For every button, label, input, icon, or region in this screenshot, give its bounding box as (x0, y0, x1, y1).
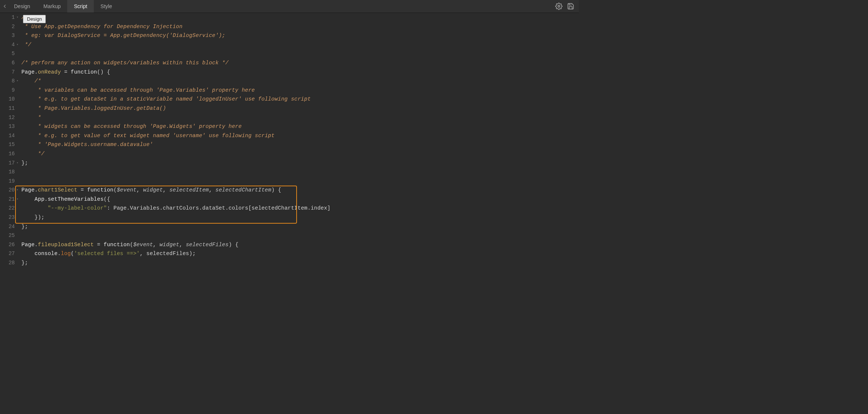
code-token: ) { (229, 242, 239, 248)
code-token: function (87, 187, 113, 193)
code-line[interactable]: Page.fileupload1Select = function($event… (21, 240, 579, 250)
code-token: * eg: var DialogService = App.getDepende… (21, 33, 225, 38)
code-token: () { (97, 69, 110, 75)
code-token: $event (117, 187, 136, 193)
code-line[interactable]: * e.g. to get dataSet in a staticVariabl… (21, 95, 579, 104)
code-line[interactable]: }); (21, 213, 579, 222)
code-token: widget (143, 187, 163, 193)
code-token: , (137, 187, 143, 193)
code-line[interactable] (21, 177, 579, 186)
code-line[interactable]: App.setThemeVariables({ (21, 195, 579, 204)
line-number: 27 (0, 249, 15, 258)
code-line[interactable]: }; (21, 159, 579, 168)
code-line[interactable]: Page.onReady = function() { (21, 68, 579, 77)
code-token: = (94, 242, 104, 248)
code-token: ( (113, 187, 117, 193)
code-token: * Page.Variables.loggedInUser.getData() (21, 105, 166, 111)
line-number: 11 (0, 104, 15, 113)
code-token: . (58, 251, 61, 257)
code-token: * widgets can be accessed through 'Page.… (21, 123, 242, 129)
code-line[interactable]: /* perform any action on widgets/variabl… (21, 58, 579, 68)
code-token: . (35, 242, 38, 248)
line-number: 9 (0, 86, 15, 95)
code-line[interactable]: "--my-label-color": Page.Variables.chart… (21, 204, 579, 213)
code-line[interactable]: * variables can be accessed through 'Pag… (21, 86, 579, 95)
code-token (21, 205, 48, 211)
code-line[interactable]: */ (21, 40, 579, 50)
code-line[interactable]: }; (21, 222, 579, 231)
code-token: }; (21, 260, 28, 266)
line-number: 8▾ (0, 77, 15, 86)
toolbar: Design Markup Script Style (0, 0, 579, 13)
line-number: 19 (0, 177, 15, 186)
code-line[interactable]: /* (21, 77, 579, 86)
code-line[interactable] (21, 167, 579, 177)
line-number: 5 (0, 49, 15, 58)
code-token: : Page.Variables.chartColors.dataSet.col… (107, 205, 330, 211)
code-line[interactable] (21, 49, 579, 58)
line-number: 7 (0, 68, 15, 77)
line-number: 2 (0, 22, 15, 31)
line-number: 17▾ (0, 159, 15, 168)
code-token: function (104, 242, 130, 248)
code-token: */ (21, 42, 31, 48)
code-token: console (21, 251, 58, 257)
code-token: * e.g. to get value of text widget named… (21, 133, 274, 139)
code-token: * e.g. to get dataSet in a staticVariabl… (21, 96, 311, 102)
code-line[interactable]: * Use App.getDependency for Dependency I… (21, 22, 579, 31)
code-line[interactable]: * Page.Variables.loggedInUser.getData() (21, 104, 579, 113)
code-line[interactable]: }; (21, 258, 579, 268)
code-token: }; (21, 224, 28, 230)
code-token: selectedChartItem (215, 187, 271, 193)
code-token: ) { (271, 187, 281, 193)
collapse-handle[interactable] (2, 0, 7, 13)
line-number: 18 (0, 167, 15, 177)
save-button[interactable] (565, 0, 577, 12)
line-number: 10 (0, 95, 15, 104)
line-number: 13 (0, 122, 15, 131)
code-token: Page (21, 187, 35, 193)
tab-design[interactable]: Design (7, 0, 37, 13)
code-token: ( (130, 242, 133, 248)
code-line[interactable]: * widgets can be accessed through 'Page.… (21, 122, 579, 131)
code-line[interactable]: * 'Page.Widgets.username.datavalue' (21, 140, 579, 149)
code-token: * variables can be accessed through 'Pag… (21, 87, 255, 93)
line-number: 12 (0, 113, 15, 122)
code-token: /* (21, 78, 41, 84)
code-token: setThemeVariables (48, 196, 103, 202)
code-token: * Use App.getDependency for Dependency I… (21, 24, 182, 30)
code-line[interactable]: /* (21, 13, 579, 22)
tooltip: Design (23, 15, 46, 23)
code-token: , selectedFiles); (140, 251, 195, 257)
line-number: 22 (0, 204, 15, 213)
code-token: , (163, 187, 170, 193)
code-line[interactable]: * eg: var DialogService = App.getDepende… (21, 31, 579, 40)
code-token: . (35, 187, 38, 193)
line-number: 26 (0, 240, 15, 250)
code-line[interactable]: * e.g. to get value of text widget named… (21, 131, 579, 140)
line-number: 23 (0, 213, 15, 222)
code-token: */ (21, 151, 44, 157)
code-line[interactable]: console.log('selected files ==>', select… (21, 249, 579, 258)
code-area[interactable]: /* * Use App.getDependency for Dependenc… (16, 13, 579, 276)
code-token: selectedFiles (186, 242, 229, 248)
code-token: onReady (38, 69, 61, 75)
line-number: 24 (0, 222, 15, 231)
code-token: = (61, 69, 71, 75)
code-line[interactable] (21, 231, 579, 240)
code-line[interactable]: * (21, 113, 579, 122)
tab-markup[interactable]: Markup (37, 0, 68, 13)
tab-script[interactable]: Script (67, 0, 94, 13)
settings-button[interactable] (553, 0, 565, 12)
code-token: }; (21, 160, 28, 166)
code-editor[interactable]: 1▾234▾5678▾91011121314151617▾181920▾21▾2… (0, 13, 579, 276)
code-token: = (77, 187, 87, 193)
code-token: * 'Page.Widgets.username.datavalue' (21, 142, 153, 147)
line-number: 1▾ (0, 13, 15, 22)
code-line[interactable]: Page.chart1Select = function($event, wid… (21, 186, 579, 195)
line-number: 25 (0, 231, 15, 240)
code-token: widget (160, 242, 179, 248)
tab-style[interactable]: Style (94, 0, 119, 13)
line-gutter: 1▾234▾5678▾91011121314151617▾181920▾21▾2… (0, 13, 16, 276)
code-line[interactable]: */ (21, 149, 579, 159)
